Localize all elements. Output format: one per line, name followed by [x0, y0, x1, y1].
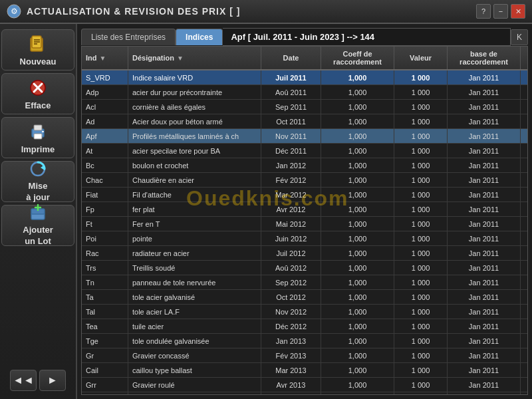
table-row[interactable]: At acier specilae tore pour BA Déc 2011 … [82, 144, 527, 158]
table-row[interactable]: Fiat Fil d'attache Mar 2012 1,000 1 000 … [82, 188, 527, 202]
cell-base: Jan 2011 [448, 290, 521, 304]
cell-valeur: 1 000 [394, 100, 448, 114]
close-button[interactable]: ✕ [511, 4, 525, 19]
table-row[interactable]: Tn panneau de tole nervurée Sep 2012 1,0… [82, 275, 527, 290]
cell-base: Jan 2011 [448, 246, 521, 260]
table-row[interactable]: Adp acier dur pour précontrainte Aoû 201… [82, 85, 527, 100]
cell-designation: Gravier concassé [128, 348, 261, 362]
tab-indices[interactable]: Indices [176, 29, 223, 45]
imprime-button[interactable]: Imprime [1, 117, 74, 158]
cell-base: Jan 2011 [448, 158, 521, 172]
table-row[interactable]: Ad Acier doux pour béton armé Oct 2011 1… [82, 114, 527, 129]
cell-coeff: 1,000 [321, 173, 394, 187]
table-body: S_VRD Indice salaire VRD Juil 2011 1,000… [82, 70, 527, 394]
cell-coeff: 1,000 [321, 85, 394, 99]
table-row[interactable]: Tge tole ondulée galvanisée Jan 2013 1,0… [82, 334, 527, 348]
nouveau-button[interactable]: Nouveau [1, 29, 74, 70]
cell-ind: Tea [82, 319, 128, 333]
cell-date: Mai 2013 [261, 392, 321, 394]
k-button[interactable]: K [511, 29, 528, 45]
cell-valeur: 1 000 [394, 246, 448, 260]
table-row[interactable]: Tea tuile acier Déc 2012 1,000 1 000 Jan… [82, 319, 527, 334]
cell-coeff: 1,000 [321, 114, 394, 128]
nav-next-button[interactable]: ► [39, 370, 66, 391]
cell-designation: Acier doux pour béton armé [128, 114, 261, 128]
cell-designation: caillou type ballast [128, 363, 261, 377]
table-row[interactable]: Trs Treillis soudé Aoû 2012 1,000 1 000 … [82, 261, 527, 275]
ajouter-lot-button[interactable]: Ajouterun Lot [1, 205, 74, 246]
mise-a-jour-button[interactable]: Miseà jour [1, 161, 74, 202]
cell-valeur: 1 000 [394, 305, 448, 319]
th-coeff: Coeff de raccordement [321, 47, 394, 69]
cell-date: Déc 2011 [261, 144, 321, 158]
cell-valeur: 1 000 [394, 275, 448, 289]
table-row[interactable]: Acl cornière à ailes égales Sep 2011 1,0… [82, 100, 527, 114]
svg-text:⚙: ⚙ [11, 7, 18, 16]
table-row[interactable]: Poi pointe Juin 2012 1,000 1 000 Jan 201… [82, 231, 527, 246]
cell-coeff: 1,000 [321, 275, 394, 289]
cell-ind: Ft [82, 217, 128, 231]
cell-date: Avr 2013 [261, 378, 321, 392]
table-row[interactable]: Chac Chaudière en acier Fév 2012 1,000 1… [82, 173, 527, 188]
table-row[interactable]: Cail caillou type ballast Mar 2013 1,000… [82, 363, 527, 378]
cell-valeur: 1 000 [394, 158, 448, 172]
cell-base: Jan 2011 [448, 129, 521, 143]
table-row[interactable]: Rac radiateur en acier Juil 2012 1,000 1… [82, 246, 527, 261]
table-row[interactable]: Fp fer plat Avr 2012 1,000 1 000 Jan 201… [82, 202, 527, 217]
help-button[interactable]: ? [476, 4, 491, 19]
cell-ind: Fiat [82, 188, 128, 201]
cell-base: Jan 2011 [448, 305, 521, 319]
imprime-label: Imprime [21, 144, 55, 154]
cell-coeff: 1,000 [321, 319, 394, 333]
cell-base: Jan 2011 [448, 378, 521, 392]
table-row[interactable]: S_VRD Indice salaire VRD Juil 2011 1,000… [82, 70, 527, 85]
cell-date: Mai 2012 [261, 217, 321, 231]
cell-base: Jan 2011 [448, 188, 521, 201]
table-row[interactable]: Gr Gravier concassé Fév 2013 1,000 1 000… [82, 348, 527, 363]
cell-ind: Ad [82, 114, 128, 128]
cell-base: Jan 2011 [448, 202, 521, 216]
window-controls: ? − ✕ [476, 4, 525, 19]
tabs-bar: Liste des Entreprises Indices Apf [ Juil… [81, 28, 528, 46]
nav-prev-button[interactable]: ◄◄ [10, 370, 37, 391]
table-row[interactable]: Apf Profilés métalliques laminés à ch No… [82, 129, 527, 144]
cell-date: Mar 2013 [261, 363, 321, 377]
cell-ind: Gr [82, 348, 128, 362]
nouveau-label: Nouveau [20, 57, 57, 66]
cell-ind: Acl [82, 100, 128, 114]
table-row[interactable]: Bc boulon et crochet Jan 2012 1,000 1 00… [82, 158, 527, 173]
table-row[interactable]: Grr Gravier roulé Avr 2013 1,000 1 000 J… [82, 378, 527, 392]
svg-rect-11 [34, 125, 42, 130]
table-row[interactable]: Moe moellon ordinaire Mai 2013 1,000 1 0… [82, 392, 527, 394]
table-row[interactable]: Tal tole acier LA.F Nov 2012 1,000 1 000… [82, 305, 527, 319]
cell-date: Fév 2012 [261, 173, 321, 187]
cell-date: Avr 2012 [261, 202, 321, 216]
cell-coeff: 1,000 [321, 392, 394, 394]
cell-ind: Chac [82, 173, 128, 187]
cell-base: Jan 2011 [448, 334, 521, 348]
cell-date: Jan 2012 [261, 158, 321, 172]
cell-ind: Apf [82, 129, 128, 143]
cell-valeur: 1 000 [394, 173, 448, 187]
table-row[interactable]: Ft Fer en T Mai 2012 1,000 1 000 Jan 201… [82, 217, 527, 231]
th-date: Date [261, 47, 321, 69]
cell-designation: Treillis soudé [128, 261, 261, 275]
minimize-button[interactable]: − [493, 4, 508, 19]
cell-date: Nov 2011 [261, 129, 321, 143]
th-base: base de raccordement [448, 47, 521, 69]
cell-designation: Profilés métalliques laminés à ch [128, 129, 261, 143]
tab-liste-entreprises[interactable]: Liste des Entreprises [81, 29, 176, 45]
svg-marker-15 [41, 165, 45, 170]
cell-base: Jan 2011 [448, 261, 521, 275]
efface-icon [28, 78, 48, 98]
table-row[interactable]: Ta tole acier galvanisé Oct 2012 1,000 1… [82, 290, 527, 305]
cell-ind: Poi [82, 231, 128, 245]
cell-base: Jan 2011 [448, 348, 521, 362]
cell-designation: tole acier galvanisé [128, 290, 261, 304]
cell-date: Fév 2013 [261, 348, 321, 362]
cell-base: Jan 2011 [448, 85, 521, 99]
cell-coeff: 1,000 [321, 348, 394, 362]
efface-button[interactable]: Efface [1, 73, 74, 114]
cell-ind: Tal [82, 305, 128, 319]
cell-coeff: 1,000 [321, 70, 394, 84]
